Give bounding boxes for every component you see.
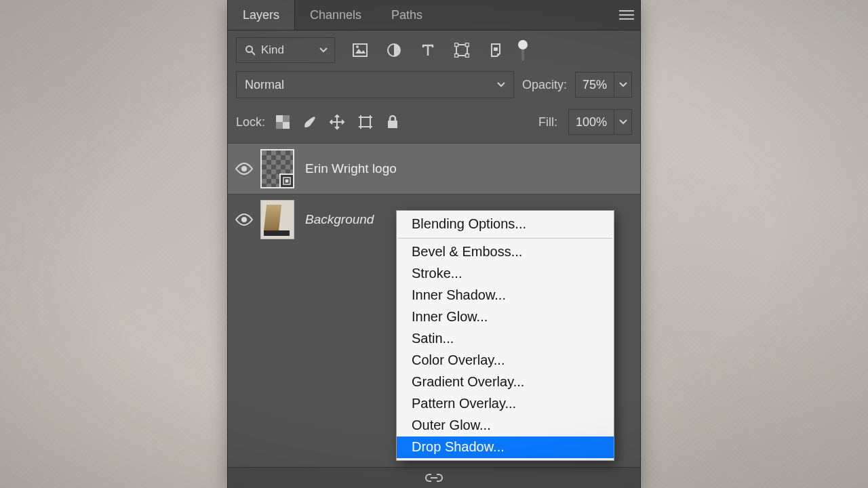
filter-pixel-icon[interactable] <box>351 41 369 59</box>
filter-kind-label: Kind <box>261 43 284 57</box>
filter-smart-icon[interactable] <box>487 41 505 59</box>
svg-rect-29 <box>285 180 289 183</box>
svg-rect-5 <box>353 44 367 56</box>
svg-rect-14 <box>494 47 498 51</box>
menu-item-pattern-overlay[interactable]: Pattern Overlay... <box>397 393 614 415</box>
lock-fill-row: Lock: <box>228 104 640 142</box>
tab-paths[interactable]: Paths <box>376 0 437 30</box>
filter-shape-icon[interactable] <box>453 41 471 59</box>
blend-opacity-row: Normal Opacity: 75% <box>228 68 640 104</box>
layer-thumbnail[interactable] <box>260 200 294 239</box>
svg-point-27 <box>241 166 247 171</box>
chevron-down-icon <box>497 82 505 87</box>
menu-item-outer-glow[interactable]: Outer Glow... <box>397 415 614 436</box>
visibility-toggle[interactable] <box>228 163 260 175</box>
opacity-field[interactable]: 75% <box>575 72 614 98</box>
layer-filter-row: Kind <box>228 30 640 68</box>
smart-object-icon <box>281 176 292 186</box>
lock-paint-icon[interactable] <box>302 115 317 129</box>
svg-rect-17 <box>283 115 290 122</box>
lock-icons <box>276 114 399 130</box>
lock-artboard-icon[interactable] <box>357 114 374 130</box>
svg-rect-26 <box>388 121 397 128</box>
menu-item-satin[interactable]: Satin... <box>397 328 614 350</box>
layer-thumbnail[interactable] <box>260 149 294 188</box>
layer-name-label[interactable]: Erin Wright logo <box>305 161 397 176</box>
svg-rect-11 <box>466 43 469 47</box>
svg-point-7 <box>356 45 359 48</box>
svg-rect-16 <box>283 122 290 129</box>
menu-item-stroke[interactable]: Stroke... <box>397 263 614 285</box>
svg-marker-6 <box>355 49 366 54</box>
chevron-down-icon <box>319 47 328 53</box>
svg-point-30 <box>241 217 247 222</box>
tab-channels[interactable]: Channels <box>295 0 376 30</box>
menu-separator <box>398 238 612 239</box>
menu-item-drop-shadow[interactable]: Drop Shadow... <box>397 436 614 458</box>
panel-menu-icon[interactable] <box>613 0 640 30</box>
menu-item-color-overlay[interactable]: Color Overlay... <box>397 350 614 371</box>
svg-rect-18 <box>276 122 283 129</box>
menu-item-bevel-emboss[interactable]: Bevel & Emboss... <box>397 241 614 263</box>
search-icon <box>245 45 256 56</box>
menu-item-blending-options[interactable]: Blending Options... <box>397 214 614 235</box>
blend-mode-select[interactable]: Normal <box>236 71 514 98</box>
visibility-toggle[interactable] <box>228 214 260 226</box>
filter-type-t-icon[interactable] <box>419 41 437 59</box>
svg-rect-15 <box>276 115 283 122</box>
svg-rect-21 <box>361 117 370 127</box>
lock-all-icon[interactable] <box>386 115 399 129</box>
opacity-label: Opacity: <box>522 78 567 92</box>
lock-label: Lock: <box>236 115 265 129</box>
svg-line-4 <box>252 52 255 55</box>
filter-adjust-icon[interactable] <box>385 41 403 59</box>
menu-item-inner-glow[interactable]: Inner Glow... <box>397 306 614 328</box>
fill-dropdown[interactable] <box>614 109 632 135</box>
filter-type-icons <box>351 41 505 59</box>
svg-point-3 <box>246 46 252 52</box>
lock-transparency-icon[interactable] <box>276 115 290 129</box>
fill-field[interactable]: 100% <box>568 109 614 135</box>
tab-layers[interactable]: Layers <box>228 0 295 30</box>
menu-item-inner-shadow[interactable]: Inner Shadow... <box>397 285 614 306</box>
panel-tab-bar: Layers Channels Paths <box>228 0 640 30</box>
menu-item-gradient-overlay[interactable]: Gradient Overlay... <box>397 371 614 393</box>
opacity-dropdown[interactable] <box>614 72 632 98</box>
svg-rect-13 <box>466 54 469 58</box>
layer-name-label[interactable]: Background <box>305 212 374 227</box>
filter-kind-select[interactable]: Kind <box>236 37 335 63</box>
layer-row-erin-wright-logo[interactable]: Erin Wright logo <box>228 143 640 194</box>
layer-style-context-menu[interactable]: Blending Options... Bevel & Emboss... St… <box>396 210 614 461</box>
blend-mode-value: Normal <box>245 78 284 92</box>
fill-label: Fill: <box>538 115 557 129</box>
svg-rect-10 <box>455 43 458 47</box>
layers-footer-bar <box>228 467 640 488</box>
lock-move-icon[interactable] <box>329 114 345 130</box>
link-layers-icon[interactable] <box>425 472 443 483</box>
svg-rect-12 <box>455 54 458 58</box>
filter-toggle[interactable] <box>517 38 529 62</box>
